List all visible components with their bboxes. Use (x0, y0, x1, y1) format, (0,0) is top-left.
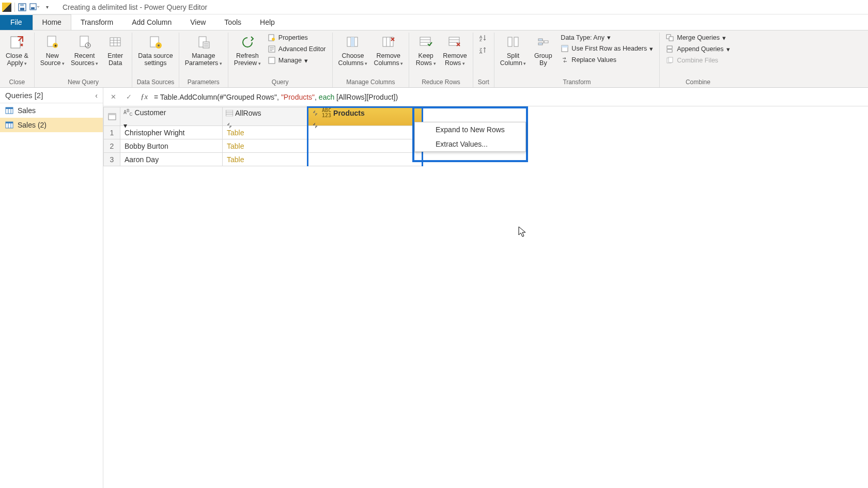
table-row[interactable]: 3Aaron DayTable (104, 153, 423, 166)
remove-rows-button[interactable]: Remove Rows (441, 33, 469, 68)
row-number: 2 (104, 139, 120, 153)
split-column-button[interactable]: Split Column (499, 33, 528, 68)
properties-button[interactable]: Properties (266, 33, 328, 43)
svg-rect-61 (669, 57, 673, 62)
cell-allrows[interactable]: Table (223, 139, 308, 153)
table-icon (5, 106, 13, 115)
group-by-button[interactable]: Group By (531, 33, 555, 68)
tab-file[interactable]: File (0, 15, 33, 30)
svg-rect-33 (351, 37, 354, 46)
tab-transform[interactable]: Transform (71, 15, 122, 30)
merge-queries-label: Merge Queries (677, 34, 720, 41)
svg-rect-47 (508, 37, 512, 46)
expand-to-new-rows-item[interactable]: Expand to New Rows (415, 122, 525, 137)
group-close: Close (9, 77, 25, 87)
save-button[interactable] (16, 1, 28, 13)
tab-add-column[interactable]: Add Column (122, 15, 181, 30)
data-source-settings-button[interactable]: Data source settings (136, 33, 174, 68)
cell-products[interactable] (308, 139, 423, 153)
cell-allrows[interactable]: Table (223, 153, 308, 166)
group-parameters: Parameters (188, 77, 220, 87)
formula-cancel-button[interactable]: ✕ (107, 91, 119, 103)
table-icon (5, 121, 13, 129)
expand-icon[interactable] (226, 122, 307, 129)
manage-label: Manage (278, 57, 302, 64)
column-label: AllRows (235, 109, 261, 117)
group-combine: Combine (686, 77, 710, 87)
table-type-icon (226, 110, 233, 116)
formula-text[interactable]: = Table.AddColumn(#"Grouped Rows", "Prod… (154, 93, 864, 101)
queries-collapse-button[interactable]: ‹ (95, 91, 98, 100)
cell-products[interactable] (308, 153, 423, 166)
cursor-icon (518, 226, 528, 239)
svg-point-18 (158, 44, 160, 46)
tab-view[interactable]: View (181, 15, 215, 30)
append-queries-button[interactable]: Append Queries ▾ (664, 44, 732, 54)
properties-label: Properties (278, 34, 308, 41)
group-manage-columns: Manage Columns (346, 77, 395, 87)
manage-button[interactable]: Manage ▾ (266, 55, 328, 66)
merge-queries-button[interactable]: Merge Queries ▾ (664, 33, 732, 43)
fx-button[interactable]: ƒx (138, 91, 150, 103)
first-row-headers-button[interactable]: Use First Row as Headers ▾ (559, 43, 655, 54)
advanced-editor-label: Advanced Editor (278, 45, 326, 53)
query-item-sales[interactable]: Sales (0, 103, 103, 118)
choose-columns-button[interactable]: Choose Columns (337, 33, 369, 68)
svg-rect-67 (6, 122, 13, 123)
new-source-button[interactable]: ★ New Source (39, 33, 66, 68)
data-type-button[interactable]: Data Type: Any ▾ (559, 33, 655, 42)
column-label: Customer (135, 108, 166, 117)
column-header-products[interactable]: ABC123 Products (308, 107, 423, 126)
row-number: 3 (104, 153, 120, 166)
tab-home[interactable]: Home (33, 14, 71, 30)
svg-rect-50 (538, 43, 542, 45)
qat-customize-button[interactable]: ▾ (41, 1, 53, 13)
tab-help[interactable]: Help (251, 15, 284, 30)
replace-values-button[interactable]: Replace Values (559, 55, 655, 65)
window-title: Creating a delimited list - Power Query … (63, 3, 207, 11)
queries-pane: Queries [2] ‹ Sales Sales (2) (0, 88, 103, 488)
keep-rows-button[interactable]: Keep Rows (413, 33, 438, 68)
svg-rect-20 (203, 42, 209, 48)
tab-tools[interactable]: Tools (215, 15, 251, 30)
cell-customer[interactable]: Aaron Day (120, 153, 223, 166)
sort-desc-button[interactable]: ZA (477, 45, 490, 55)
svg-rect-71 (109, 114, 116, 115)
remove-columns-button[interactable]: Remove Columns (372, 33, 405, 68)
any-type-icon: ABC123 (322, 108, 331, 118)
recent-sources-button[interactable]: Recent Sources (69, 33, 100, 68)
svg-rect-72 (226, 110, 233, 116)
svg-rect-63 (6, 107, 13, 109)
table-row[interactable]: 2Bobby BurtonTable (104, 139, 423, 153)
expand-icon[interactable] (312, 109, 319, 117)
svg-rect-4 (31, 7, 35, 9)
save-options-button[interactable] (28, 1, 41, 13)
replace-values-label: Replace Values (571, 56, 616, 64)
group-sort: Sort (478, 77, 489, 87)
query-label: Sales (2) (18, 121, 47, 129)
manage-parameters-button[interactable]: Manage Parameters (183, 33, 224, 68)
table-corner[interactable] (104, 107, 120, 126)
text-type-icon: ABC (123, 108, 133, 117)
filter-icon[interactable]: ▾ (123, 121, 127, 130)
group-transform: Transform (563, 77, 591, 87)
formula-accept-button[interactable]: ✓ (123, 91, 134, 103)
combine-files-label: Combine Files (677, 57, 718, 64)
refresh-preview-button[interactable]: Refresh Preview (233, 33, 262, 68)
group-by-label: Group By (534, 52, 552, 67)
cell-customer[interactable]: Bobby Burton (120, 139, 223, 153)
column-header-customer[interactable]: ABCCustomer ▾ (120, 107, 223, 126)
expand-column-button[interactable] (312, 122, 422, 129)
split-column-label: Split Column (500, 52, 522, 67)
extract-values-item[interactable]: Extract Values... (415, 137, 525, 151)
advanced-editor-button[interactable]: Advanced Editor (266, 44, 328, 54)
sort-asc-button[interactable]: AZ (477, 33, 490, 43)
column-header-allrows[interactable]: AllRows (223, 107, 308, 126)
ribbon: Close & Apply Close ★ New Source Recent … (0, 30, 868, 88)
combine-files-button[interactable]: Combine Files (664, 55, 732, 66)
row-number: 1 (104, 126, 120, 139)
query-item-sales-2[interactable]: Sales (2) (0, 118, 103, 132)
close-apply-button[interactable]: Close & Apply (4, 33, 30, 68)
enter-data-button[interactable]: Enter Data (103, 33, 128, 68)
svg-rect-51 (544, 41, 548, 43)
